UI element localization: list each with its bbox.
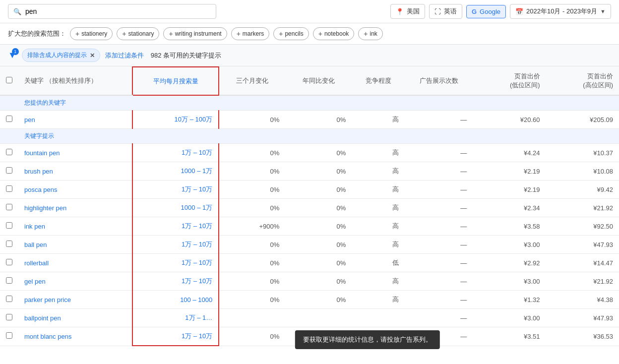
keyword-link[interactable]: highlighter pen	[24, 204, 66, 212]
keyword-link[interactable]: rollerball	[24, 259, 49, 267]
row-checkbox-cell[interactable]	[0, 291, 18, 309]
row-top-high: ¥47.93	[546, 309, 619, 327]
row-top-low: ¥2.92	[473, 254, 546, 272]
row-checkbox[interactable]	[6, 204, 12, 210]
row-three-month: 0%	[219, 327, 285, 346]
row-impressions: —	[405, 217, 473, 236]
row-checkbox-cell[interactable]	[0, 217, 18, 236]
row-checkbox[interactable]	[6, 277, 12, 284]
keyword-link[interactable]: fountain pen	[24, 149, 60, 157]
row-avg-monthly: 1万 – 10万	[132, 327, 219, 346]
row-competition: 高	[352, 199, 405, 217]
lang-icon: ⛶	[434, 8, 441, 15]
table-row: pen 10万 – 100万 0% 0% 高 — ¥20.60 ¥205.09	[0, 111, 619, 129]
add-filter-link[interactable]: 添加过滤条件	[105, 51, 144, 60]
expand-tag[interactable]: +pencils	[273, 27, 309, 40]
section-label: 您提供的关键字	[18, 95, 619, 111]
row-checkbox[interactable]	[6, 332, 12, 339]
location-label: 美国	[407, 7, 420, 16]
close-icon[interactable]: ✕	[90, 52, 95, 59]
row-checkbox[interactable]	[6, 185, 12, 192]
row-yoy: 0%	[285, 199, 352, 217]
row-top-low: ¥20.60	[473, 111, 546, 129]
keyword-link[interactable]: brush pen	[24, 168, 53, 175]
active-filter-chip[interactable]: 排除含成人内容的提示 ✕	[22, 49, 100, 62]
keyword-link[interactable]: pen	[24, 116, 35, 123]
engine-filter[interactable]: G Google	[466, 5, 506, 18]
keyword-link[interactable]: ink pen	[24, 223, 45, 230]
keyword-link[interactable]: ball pen	[24, 241, 47, 248]
row-checkbox[interactable]	[6, 296, 12, 302]
col-yoy[interactable]: 年同比变化	[285, 67, 352, 95]
row-checkbox[interactable]	[6, 149, 12, 155]
row-checkbox-cell[interactable]	[0, 327, 18, 346]
keyword-link[interactable]: gel pen	[24, 278, 46, 285]
row-checkbox[interactable]	[6, 259, 12, 265]
row-avg-monthly: 1万 – 1…	[132, 309, 219, 327]
expand-tag[interactable]: +stationary	[117, 27, 159, 40]
col-three-month[interactable]: 三个月变化	[219, 67, 285, 95]
tag-label: notebook	[324, 30, 349, 37]
row-checkbox-cell[interactable]	[0, 199, 18, 217]
row-checkbox-cell[interactable]	[0, 236, 18, 254]
table-row: posca pens 1万 – 10万 0% 0% 高 — ¥2.19 ¥9.4…	[0, 181, 619, 199]
plus-icon: +	[279, 30, 283, 38]
row-checkbox-cell[interactable]	[0, 309, 18, 327]
row-competition: 高	[352, 291, 405, 309]
row-yoy: 0%	[285, 236, 352, 254]
row-keyword: mont blanc pens	[18, 327, 132, 346]
row-top-low: ¥3.58	[473, 217, 546, 236]
row-checkbox-cell[interactable]	[0, 144, 18, 162]
chevron-down-icon: ▼	[600, 8, 606, 14]
row-top-high: ¥36.53	[546, 327, 619, 346]
row-keyword: ball pen	[18, 236, 132, 254]
search-icon: 🔍	[13, 8, 21, 15]
row-impressions: —	[405, 236, 473, 254]
location-filter[interactable]: 📍 美国	[390, 4, 425, 19]
select-all-checkbox[interactable]	[6, 77, 12, 83]
expand-tag[interactable]: +ink	[358, 27, 383, 40]
expand-tag[interactable]: +stationery	[70, 27, 113, 40]
row-avg-monthly: 10万 – 100万	[132, 111, 219, 129]
row-yoy: 0%	[285, 162, 352, 181]
row-top-high: ¥205.09	[546, 111, 619, 129]
row-three-month: 0%	[219, 181, 285, 199]
row-checkbox-cell[interactable]	[0, 272, 18, 291]
row-checkbox-cell[interactable]	[0, 111, 18, 129]
row-keyword: parker pen price	[18, 291, 132, 309]
col-avg-monthly[interactable]: 平均每月搜索量	[132, 67, 219, 95]
row-checkbox-cell[interactable]	[0, 254, 18, 272]
col-competition[interactable]: 竞争程度	[352, 67, 405, 95]
language-label: 英语	[444, 7, 457, 16]
row-yoy: 0%	[285, 272, 352, 291]
keyword-link[interactable]: posca pens	[24, 186, 58, 193]
row-checkbox-cell[interactable]	[0, 181, 18, 199]
row-checkbox[interactable]	[6, 222, 12, 229]
row-checkbox[interactable]	[6, 167, 12, 174]
row-checkbox[interactable]	[6, 241, 12, 247]
keyword-link[interactable]: ballpoint pen	[24, 314, 61, 322]
keyword-link[interactable]: mont blanc pens	[24, 333, 71, 340]
row-three-month: 0%	[219, 272, 285, 291]
expand-tag[interactable]: +notebook	[313, 27, 355, 40]
keyword-link[interactable]: parker pen price	[24, 296, 71, 303]
row-checkbox[interactable]	[6, 116, 12, 122]
row-checkbox[interactable]	[6, 314, 12, 320]
google-icon: G	[472, 8, 477, 15]
row-impressions: —	[405, 309, 473, 327]
expand-tag[interactable]: +writing instrument	[163, 27, 227, 40]
row-checkbox-cell[interactable]	[0, 162, 18, 181]
row-keyword: pen	[18, 111, 132, 129]
row-yoy	[285, 309, 352, 327]
row-avg-monthly: 1万 – 10万	[132, 217, 219, 236]
row-avg-monthly: 1000 – 1万	[132, 199, 219, 217]
expand-tag[interactable]: +markers	[231, 27, 270, 40]
row-impressions: —	[405, 327, 473, 346]
search-input[interactable]	[25, 7, 211, 15]
language-filter[interactable]: ⛶ 英语	[429, 4, 462, 19]
date-filter[interactable]: 📅 2022年10月 - 2023年9月 ▼	[510, 4, 611, 19]
search-box[interactable]: 🔍	[8, 4, 216, 19]
row-three-month: 0%	[219, 291, 285, 309]
checkbox-header-col[interactable]	[0, 67, 18, 95]
row-three-month: +900%	[219, 217, 285, 236]
